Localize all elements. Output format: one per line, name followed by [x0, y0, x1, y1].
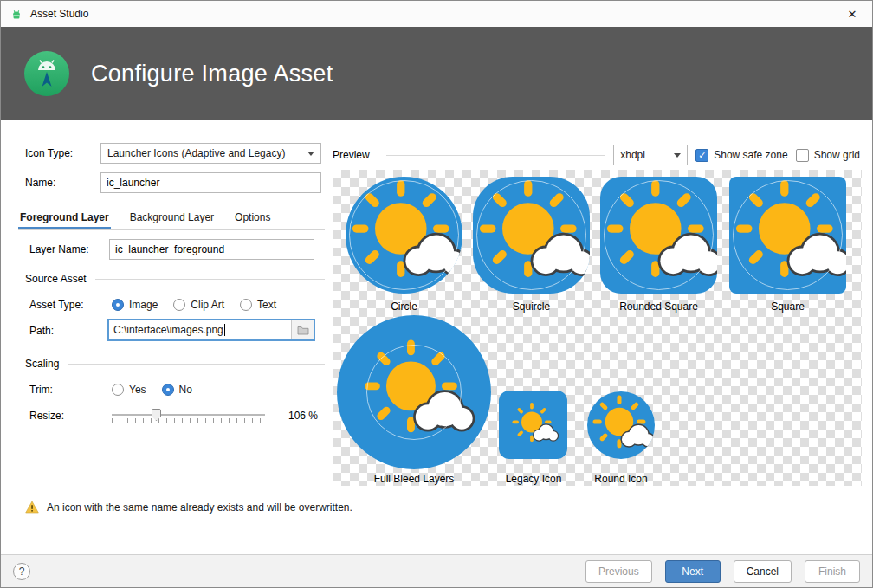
preview-label: Preview: [333, 149, 370, 161]
browse-folder-button[interactable]: [291, 320, 314, 339]
tab-options[interactable]: Options: [233, 207, 272, 229]
sun-cloud-icon: [346, 177, 462, 294]
android-studio-logo: [23, 50, 70, 97]
next-button[interactable]: Next: [665, 560, 721, 583]
grid-label: Show grid: [814, 149, 860, 161]
asset-type-row-label: Asset Type:: [29, 295, 83, 314]
path-value: C:\interface\images.png: [109, 320, 291, 339]
safe-zone-checkbox[interactable]: [695, 149, 708, 162]
name-row: Name:: [25, 172, 55, 193]
cancel-button[interactable]: Cancel: [734, 560, 792, 583]
sun-cloud-icon: [501, 392, 566, 457]
sun-cloud-icon: [587, 391, 655, 459]
preview-full-bleed: [337, 315, 491, 469]
resize-value: 106 %: [288, 410, 318, 422]
slider-ticks: [112, 418, 265, 423]
preview-squircle: [473, 177, 590, 294]
previous-button[interactable]: Previous: [585, 560, 652, 583]
folder-icon: [297, 325, 309, 335]
grid-checkbox[interactable]: [796, 149, 809, 162]
sun-cloud-icon: [729, 177, 846, 294]
help-button[interactable]: ?: [13, 563, 30, 580]
preview-header: Preview xhdpi Show safe zone Show grid: [333, 145, 860, 165]
window-title: Asset Studio: [30, 8, 88, 20]
warning-icon: [25, 501, 39, 514]
safe-zone-toggle[interactable]: Show safe zone: [695, 149, 787, 162]
trim-radio-group: Yes No: [112, 380, 192, 399]
source-asset-header: Source Asset: [25, 273, 87, 285]
density-select[interactable]: xhdpi: [613, 145, 688, 165]
resize-value-row: 106 %: [288, 406, 318, 425]
path-row-label: Path:: [29, 320, 54, 342]
layer-name-row: Layer Name:: [29, 238, 89, 261]
scaling-section: Scaling: [25, 358, 325, 370]
scaling-header: Scaling: [25, 358, 59, 370]
shape-label-squircle: Squircle: [473, 300, 590, 313]
warning-row: An icon with the same name already exist…: [25, 501, 352, 514]
slider-track[interactable]: [112, 414, 265, 416]
finish-button[interactable]: Finish: [805, 560, 860, 583]
close-icon[interactable]: ✕: [832, 1, 872, 27]
icon-type-value: Launcher Icons (Adaptive and Legacy): [107, 147, 285, 159]
preview-round-icon: [587, 391, 655, 459]
shape-label-circle: Circle: [346, 300, 462, 313]
tab-background-layer[interactable]: Background Layer: [128, 207, 216, 229]
asset-type-radio-group: Image Clip Art Text: [112, 295, 276, 314]
preview-square: [729, 177, 846, 294]
page-title: Configure Image Asset: [91, 61, 333, 87]
density-value: xhdpi: [620, 149, 645, 161]
radio-image-icon: [112, 299, 124, 311]
source-asset-section: Source Asset: [25, 273, 325, 285]
resize-row-label: Resize:: [29, 406, 64, 425]
preview-circle: [346, 177, 462, 294]
layer-tabs: Foreground Layer Background Layer Option…: [18, 207, 325, 230]
chevron-down-icon: [307, 152, 314, 156]
radio-yes-icon: [112, 384, 124, 396]
radio-clip-art[interactable]: Clip Art: [173, 299, 224, 311]
name-label: Name:: [25, 177, 55, 189]
footer-bar: ? Previous Next Cancel Finish: [1, 554, 872, 587]
icon-type-row: Icon Type:: [25, 143, 73, 164]
radio-image[interactable]: Image: [112, 299, 158, 311]
radio-trim-yes[interactable]: Yes: [112, 384, 146, 396]
preview-canvas: Circle Squircle Rounded Square Square Fu…: [333, 170, 862, 486]
asset-type-label: Asset Type:: [29, 299, 83, 311]
dialog-header: Configure Image Asset: [1, 27, 872, 120]
sun-cloud-icon: [600, 177, 717, 294]
icon-type-label: Icon Type:: [25, 147, 73, 159]
shape-label-round: Round Icon: [582, 473, 660, 485]
radio-clip-art-icon: [173, 299, 185, 311]
warning-text: An icon with the same name already exist…: [47, 501, 352, 514]
resize-label: Resize:: [29, 410, 64, 422]
radio-text[interactable]: Text: [240, 299, 276, 311]
android-app-icon: [10, 7, 23, 21]
asset-studio-window: Asset Studio ✕ Configure Image Asset Ico…: [0, 0, 873, 588]
layer-name-input[interactable]: [109, 239, 314, 260]
radio-no-icon: [162, 384, 174, 396]
section-divider: [68, 364, 325, 365]
chevron-down-icon: [674, 153, 681, 158]
grid-toggle[interactable]: Show grid: [796, 149, 860, 162]
icon-type-select[interactable]: Launcher Icons (Adaptive and Legacy): [100, 143, 321, 164]
path-input[interactable]: C:\interface\images.png: [107, 319, 315, 341]
title-bar: Asset Studio ✕: [1, 1, 872, 27]
preview-divider: [386, 155, 606, 156]
preview-rounded-square: [600, 177, 717, 294]
radio-trim-no[interactable]: No: [162, 384, 192, 396]
path-label: Path:: [29, 325, 54, 337]
resize-slider[interactable]: [112, 406, 265, 425]
safe-zone-label: Show safe zone: [714, 149, 787, 161]
shape-label-legacy: Legacy Icon: [490, 473, 577, 485]
text-caret: [224, 324, 225, 336]
shape-label-full-bleed: Full Bleed Layers: [337, 473, 491, 485]
layer-name-label: Layer Name:: [29, 243, 89, 255]
sun-cloud-icon: [337, 315, 491, 469]
shape-label-square: Square: [729, 300, 846, 313]
trim-label: Trim:: [29, 384, 53, 396]
sun-cloud-icon: [473, 177, 590, 294]
tab-foreground-layer[interactable]: Foreground Layer: [18, 207, 111, 229]
section-divider: [95, 279, 325, 280]
dialog-buttons: Previous Next Cancel Finish: [585, 560, 860, 583]
trim-row-label: Trim:: [29, 380, 53, 399]
name-input[interactable]: [100, 172, 321, 193]
